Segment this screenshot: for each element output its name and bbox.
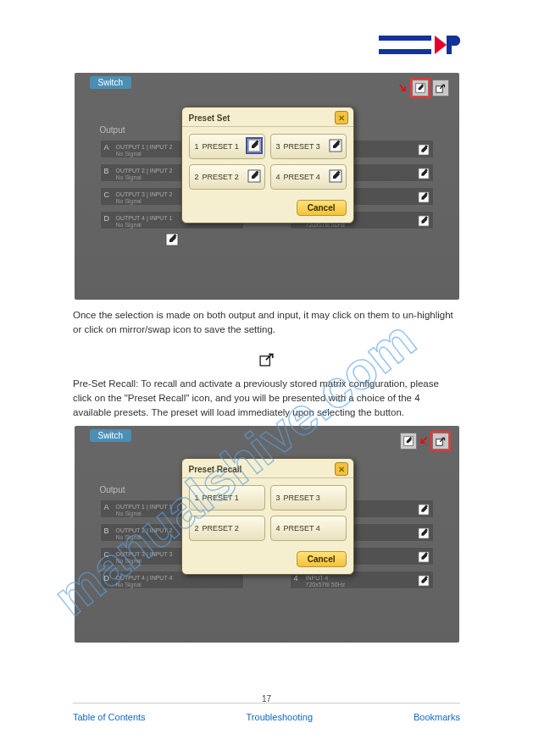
figure-group: Switch ➔ Output AOUTPUT 1 | INPUT 2No Si…	[73, 73, 460, 643]
manual-page: Switch ➔ Output AOUTPUT 1 | INPUT 2No Si…	[0, 0, 533, 756]
cancel-button[interactable]: Cancel	[297, 200, 347, 216]
preset-button[interactable]: 3PRESET 3	[270, 485, 347, 510]
preset-button[interactable]: 3PRESET 3	[270, 134, 347, 159]
preset-set-icon[interactable]	[412, 80, 429, 97]
screenshot-preset-recall: Switch ➔ Output AOUTPUT 1 | INPUT 1No Si…	[75, 426, 459, 643]
preset-button[interactable]: 1PRESET 1	[189, 485, 265, 510]
preset-recall-inline-icon	[259, 351, 275, 367]
close-button[interactable]: ✕	[335, 111, 348, 124]
preset-button[interactable]: 4PRESET 4	[270, 164, 347, 190]
preset-button[interactable]: 1PRESET 1	[189, 134, 265, 159]
preset-button[interactable]: 4PRESET 4	[270, 516, 347, 541]
close-button[interactable]: ✕	[335, 462, 348, 476]
screenshot-preset-set: Switch ➔ Output AOUTPUT 1 | INPUT 2No Si…	[75, 73, 459, 300]
edit-icon[interactable]	[329, 139, 342, 152]
footer-link-troubleshooting[interactable]: Troubleshooting	[247, 712, 313, 722]
edit-icon[interactable]	[165, 233, 179, 246]
paragraph: Pre-Set Recall: To recall and activate a…	[73, 377, 460, 419]
preset-button[interactable]: 2PRESET 2	[189, 164, 265, 190]
edit-icon[interactable]	[418, 168, 430, 179]
edit-icon[interactable]	[247, 139, 261, 152]
edit-icon[interactable]	[418, 575, 430, 587]
preset-set-icon[interactable]	[400, 433, 417, 450]
cancel-button[interactable]: Cancel	[297, 551, 347, 567]
edit-icon[interactable]	[329, 169, 342, 183]
edit-icon[interactable]	[418, 144, 430, 156]
switch-tab[interactable]: Switch	[90, 76, 131, 89]
switch-tab[interactable]: Switch	[90, 429, 131, 442]
paragraph: Once the selection is made on both outpu…	[73, 308, 460, 336]
preset-recall-icon[interactable]	[432, 80, 449, 97]
preset-button[interactable]: 2PRESET 2	[189, 516, 265, 541]
edit-icon[interactable]	[418, 191, 430, 203]
edit-icon[interactable]	[418, 215, 430, 227]
preset-recall-dialog: Preset Recall ✕ 1PRESET 1 3PRESET 3 2PRE…	[181, 458, 354, 575]
edit-icon[interactable]	[418, 551, 430, 563]
edit-icon[interactable]	[418, 504, 430, 516]
callout-arrow: ➔	[417, 435, 430, 449]
dialog-title: Preset Set	[189, 113, 230, 123]
footer-link-toc[interactable]: Table of Contents	[73, 712, 146, 722]
footer-link-bookmarks[interactable]: Bookmarks	[414, 712, 460, 722]
preset-recall-icon[interactable]	[432, 433, 449, 450]
dialog-title: Preset Recall	[189, 465, 242, 474]
edit-icon[interactable]	[247, 169, 261, 183]
page-number: 17	[262, 694, 271, 704]
edit-icon[interactable]	[418, 527, 430, 539]
callout-arrow: ➔	[397, 81, 410, 95]
brand-logo	[379, 36, 460, 54]
preset-set-dialog: ➔ Preset Set ✕ 1PRESET 1 3PRESET 3 2PRES…	[181, 107, 354, 223]
footer-nav: Table of Contents Troubleshooting Bookma…	[73, 703, 460, 722]
